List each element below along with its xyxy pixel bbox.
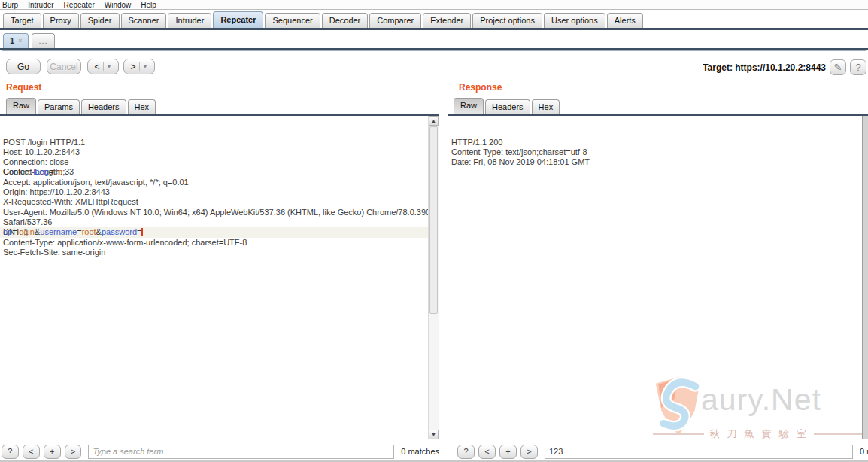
pencil-icon: ✎ xyxy=(834,62,842,73)
request-scrollbar[interactable]: ▲ ▼ xyxy=(428,116,439,439)
tab-alerts[interactable]: Alerts xyxy=(607,13,643,28)
menu-window[interactable]: Window xyxy=(105,1,132,9)
menu-intruder[interactable]: Intruder xyxy=(28,1,53,9)
request-tab-raw[interactable]: Raw xyxy=(6,98,36,114)
message-line: Date: Fri, 08 Nov 2019 04:18:01 GMT xyxy=(451,157,851,167)
repeater-tab-bar: 1 × ... xyxy=(0,32,868,50)
scrollbar-thumb[interactable] xyxy=(429,126,438,314)
message-line: Content-Type: application/x-www-form-url… xyxy=(3,238,428,248)
tab-target[interactable]: Target xyxy=(3,13,41,28)
message-line: HTTP/1.1 200 xyxy=(451,138,851,147)
cookie-value: cn xyxy=(54,167,63,176)
tab-sequencer[interactable]: Sequencer xyxy=(265,13,320,28)
chevron-down-icon[interactable]: ▼ xyxy=(107,64,112,69)
message-line: Host: 10.1.20.2:8443 xyxy=(3,147,428,157)
message-line: Content-Type: text/json;charset=utf-8 xyxy=(451,147,851,157)
help-button[interactable]: ? xyxy=(850,59,866,75)
search-prev-button[interactable]: < xyxy=(478,445,496,459)
request-cookie-line: Cookie: lang=cn; xyxy=(0,167,428,177)
scroll-down-icon[interactable]: ▼ xyxy=(429,430,439,439)
edit-target-button[interactable]: ✎ xyxy=(830,59,846,75)
burp-repeater-window: Burp Intruder Repeater Window Help Targe… xyxy=(0,0,868,462)
request-tab-headers[interactable]: Headers xyxy=(81,99,126,114)
response-search-input[interactable] xyxy=(545,445,853,459)
message-line: Sec-Fetch-Site: same-origin xyxy=(3,248,428,257)
message-line: POST /login HTTP/1.1 xyxy=(3,138,428,147)
previous-arrow-icon: < xyxy=(95,62,100,72)
response-title: Response xyxy=(459,82,502,93)
menu-bar: Burp Intruder Repeater Window Help xyxy=(0,0,868,10)
tab-spider[interactable]: Spider xyxy=(80,13,120,28)
button-divider xyxy=(103,62,104,71)
question-icon: ? xyxy=(855,62,860,73)
request-match-count: 0 matches xyxy=(401,447,439,456)
repeater-tab-1-label: 1 xyxy=(10,34,14,48)
request-tab-hex[interactable]: Hex xyxy=(128,99,156,114)
response-scrollbar[interactable] xyxy=(862,116,868,439)
request-header-lines: POST /login HTTP/1.1Host: 10.1.20.2:8443… xyxy=(0,138,428,147)
message-line: User-Agent: Mozilla/5.0 (Windows NT 10.0… xyxy=(3,208,428,217)
request-search-bar: ? < + > 0 matches xyxy=(0,442,439,460)
tab-repeater[interactable]: Repeater xyxy=(213,11,263,28)
main-tab-bar: Target Proxy Spider Scanner Intruder Rep… xyxy=(0,11,868,30)
tab-comparer[interactable]: Comparer xyxy=(369,13,421,28)
tab-intruder[interactable]: Intruder xyxy=(168,13,211,28)
request-editor-tabs: Raw Params Headers Hex xyxy=(6,98,156,114)
search-help-button[interactable]: ? xyxy=(457,445,475,459)
next-arrow-icon: > xyxy=(131,62,136,72)
menu-burp[interactable]: Burp xyxy=(2,1,18,9)
tab-proxy[interactable]: Proxy xyxy=(43,13,79,28)
request-raw-text: POST /login HTTP/1.1Host: 10.1.20.2:8443… xyxy=(0,117,428,257)
request-title: Request xyxy=(6,82,41,93)
response-match-count: 0 matches xyxy=(860,447,868,456)
response-search-bar: ? < + > 0 matches xyxy=(456,442,868,460)
response-tab-headers[interactable]: Headers xyxy=(485,99,530,114)
response-lines: HTTP/1.1 200Content-Type: text/json;char… xyxy=(448,138,851,147)
response-viewer[interactable]: HTTP/1.1 200Content-Type: text/json;char… xyxy=(448,116,862,439)
response-tab-hex[interactable]: Hex xyxy=(532,99,560,114)
response-raw-text: HTTP/1.1 200Content-Type: text/json;char… xyxy=(448,117,851,167)
search-next-button[interactable]: > xyxy=(65,445,82,459)
tab-project-options[interactable]: Project options xyxy=(472,13,542,28)
close-icon[interactable]: × xyxy=(18,34,22,48)
message-line: Accept: application/json, text/javascrip… xyxy=(3,178,428,187)
response-editor-tabs: Raw Headers Hex xyxy=(454,98,560,114)
chevron-down-icon[interactable]: ▼ xyxy=(143,64,148,69)
request-tab-params[interactable]: Params xyxy=(38,99,80,114)
cancel-button[interactable]: Cancel xyxy=(47,59,81,74)
request-editor[interactable]: POST /login HTTP/1.1Host: 10.1.20.2:8443… xyxy=(0,116,439,439)
search-add-button[interactable]: + xyxy=(499,445,517,459)
next-request-button[interactable]: > ▼ xyxy=(123,59,155,74)
search-next-button[interactable]: > xyxy=(520,445,538,459)
search-prev-button[interactable]: < xyxy=(23,445,40,459)
message-line: Safari/537.36 xyxy=(3,217,428,227)
response-tab-raw[interactable]: Raw xyxy=(454,98,484,114)
go-button[interactable]: Go xyxy=(6,59,41,74)
target-group: Target: https://10.1.20.2:8443 ✎ ? xyxy=(703,59,866,75)
request-search-input[interactable] xyxy=(88,445,394,459)
cookie-name: lang xyxy=(33,167,49,176)
request-body-line: op=login&username=root&password= xyxy=(0,227,428,237)
scroll-up-icon[interactable]: ▲ xyxy=(429,116,439,126)
target-url-label: Target: https://10.1.20.2:8443 xyxy=(703,62,826,73)
tab-extender[interactable]: Extender xyxy=(423,13,471,28)
search-add-button[interactable]: + xyxy=(44,445,61,459)
menu-repeater[interactable]: Repeater xyxy=(64,1,95,9)
repeater-tab-1[interactable]: 1 × xyxy=(3,33,29,48)
message-line: Connection: close xyxy=(3,157,428,167)
message-line: Origin: https://10.1.20.2:8443 xyxy=(3,187,428,197)
tab-decoder[interactable]: Decoder xyxy=(322,13,369,28)
tab-scanner[interactable]: Scanner xyxy=(121,13,167,28)
button-divider xyxy=(139,62,140,71)
text-cursor xyxy=(141,228,143,236)
repeater-tab-more[interactable]: ... xyxy=(32,33,54,48)
menu-help[interactable]: Help xyxy=(141,1,156,9)
previous-request-button[interactable]: < ▼ xyxy=(87,59,119,74)
search-help-button[interactable]: ? xyxy=(2,445,19,459)
tab-user-options[interactable]: User options xyxy=(544,13,605,28)
